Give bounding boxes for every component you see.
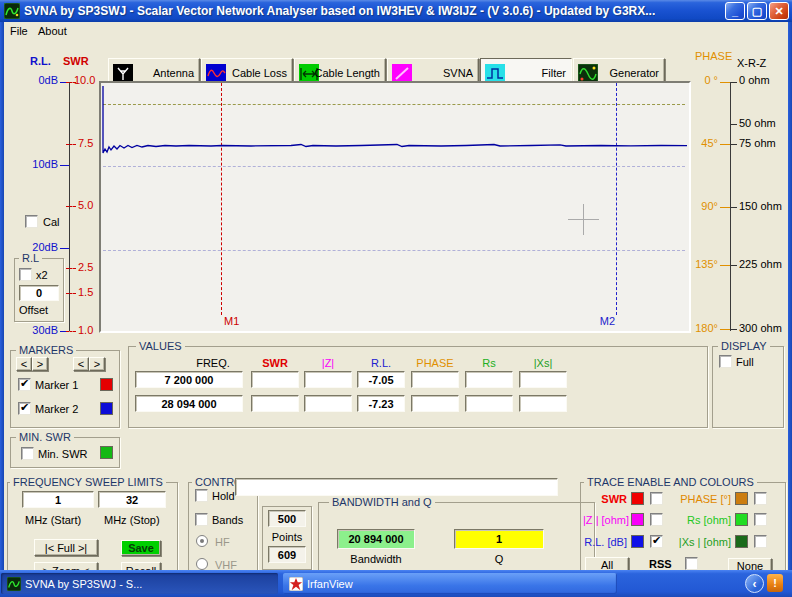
cal-checkbox[interactable] — [25, 215, 38, 228]
x2-checkbox[interactable] — [19, 268, 32, 281]
message-field[interactable] — [235, 478, 558, 496]
stop-freq-input[interactable] — [98, 491, 166, 508]
title-bar[interactable]: SVNA by SP3SWJ - Scalar Vector Network A… — [0, 0, 792, 22]
start-freq-input[interactable] — [22, 491, 94, 508]
points-panel: Points — [262, 506, 312, 570]
trace-z-swatch[interactable] — [631, 513, 644, 526]
minimize-button[interactable]: _ — [725, 2, 745, 20]
phase-tick-mark — [720, 265, 730, 266]
rl-tick-mark — [60, 165, 69, 166]
m2-rs-value[interactable] — [465, 395, 513, 412]
min-swr-color-swatch[interactable] — [100, 446, 113, 459]
phase-tick-0: 0 ° — [686, 74, 718, 86]
hold-checkbox[interactable] — [195, 489, 208, 502]
points-value2-input[interactable] — [268, 546, 306, 563]
taskbar-task-irfanview[interactable]: IrfanView — [283, 573, 617, 594]
trace-phase-label: PHASE [°] — [669, 493, 731, 505]
m2-freq-value[interactable] — [135, 395, 243, 412]
marker2-next-button[interactable]: > — [89, 357, 105, 371]
trace-xs-swatch[interactable] — [735, 535, 748, 548]
trace-swr-label: SWR — [583, 493, 627, 505]
values-header-rs: Rs — [465, 357, 513, 369]
ohm-tick-mark — [731, 329, 737, 330]
controls-group: CONTROLS Hold Bands HF VHF — [188, 482, 258, 582]
q-value[interactable] — [454, 529, 544, 549]
bands-checkbox[interactable] — [195, 513, 208, 526]
swr-tick-10: 10.0 — [74, 74, 95, 86]
menu-about[interactable]: About — [38, 25, 67, 37]
sweep-chart[interactable]: M1 M2 — [99, 81, 691, 333]
phase-tick-90: 90° — [686, 200, 718, 212]
full-checkbox[interactable] — [719, 355, 732, 368]
m1-swr-value[interactable] — [251, 371, 299, 388]
trace-rs-swatch[interactable] — [735, 513, 748, 526]
values-group: VALUES FREQ. SWR |Z| R.L. PHASE Rs |Xs| — [128, 346, 708, 428]
m1-rl-value[interactable] — [357, 371, 405, 388]
x2-label: x2 — [36, 269, 48, 281]
markers-group-title: MARKERS — [16, 344, 76, 356]
save-button[interactable]: Save — [121, 540, 161, 556]
rl-axis-title: R.L. — [30, 55, 51, 67]
swr-tick-1: 1.0 — [78, 324, 93, 336]
trace-xs-checkbox[interactable] — [754, 535, 767, 548]
swr-tick-2-5: 2.5 — [78, 261, 93, 273]
swr-tick-5: 5.0 — [78, 199, 93, 211]
m1-phase-value[interactable] — [411, 371, 459, 388]
taskbar-task-svna-label: SVNA by SP3SWJ - S... — [25, 578, 142, 590]
full-span-button[interactable]: |< Full >| — [34, 539, 98, 556]
m2-swr-value[interactable] — [251, 395, 299, 412]
m2-rl-value[interactable] — [357, 395, 405, 412]
rss-checkbox[interactable] — [685, 557, 698, 570]
marker2-label: Marker 2 — [35, 403, 78, 415]
marker2-checkbox[interactable] — [18, 402, 31, 415]
marker2-prev-button[interactable]: < — [73, 357, 89, 371]
trace-swr-swatch[interactable] — [631, 492, 644, 505]
maximize-button[interactable]: ▢ — [747, 2, 767, 20]
m2-z-value[interactable] — [304, 395, 352, 412]
display-group: DISPLAY Full — [712, 346, 784, 428]
menu-file[interactable]: File — [10, 25, 28, 37]
trace-rs-label: Rs [ohm] — [669, 514, 731, 526]
swr-tick-7-5: 7.5 — [78, 137, 93, 149]
ohm-tick-0: 0 ohm — [739, 74, 770, 86]
marker1-prev-button[interactable]: < — [16, 357, 32, 371]
m1-xs-value[interactable] — [519, 371, 567, 388]
m2-phase-value[interactable] — [411, 395, 459, 412]
min-swr-checkbox[interactable] — [21, 447, 34, 460]
ohm-tick-225: 225 ohm — [739, 258, 782, 270]
trace-z-checkbox[interactable] — [650, 513, 663, 526]
trace-rl-swatch[interactable] — [631, 535, 644, 548]
taskbar-task-irfanview-label: IrfanView — [307, 578, 353, 590]
svna-button-label: SVNA — [443, 67, 473, 79]
m2-xs-value[interactable] — [519, 395, 567, 412]
trace-z-label: |Z | [ohm] — [583, 514, 627, 526]
marker1-color-swatch[interactable] — [100, 378, 113, 391]
offset-label: Offset — [19, 304, 48, 316]
irfanview-icon — [289, 577, 303, 591]
m1-z-value[interactable] — [304, 371, 352, 388]
points-count-input[interactable] — [268, 510, 306, 527]
taskbar-task-svna[interactable]: SVNA by SP3SWJ - S... — [1, 573, 278, 594]
trace-swr-checkbox[interactable] — [650, 492, 663, 505]
trace-phase-checkbox[interactable] — [754, 492, 767, 505]
tray-collapse-chevron-icon[interactable]: ‹ — [745, 574, 764, 593]
trace-phase-swatch[interactable] — [735, 492, 748, 505]
tray-security-alert-icon[interactable]: ! — [767, 574, 783, 592]
display-group-title: DISPLAY — [718, 340, 770, 352]
offset-input[interactable] — [19, 285, 59, 301]
bandwidth-value[interactable] — [337, 529, 415, 549]
rl-tick-10db: 10dB — [26, 158, 58, 170]
marker1-next-button[interactable]: > — [32, 357, 48, 371]
hf-radio[interactable] — [196, 535, 208, 547]
trace-rs-checkbox[interactable] — [754, 513, 767, 526]
vhf-radio[interactable] — [196, 558, 208, 570]
marker2-color-swatch[interactable] — [100, 402, 113, 415]
start-freq-label: MHz (Start) — [25, 514, 81, 526]
min-swr-group: MIN. SWR Min. SWR — [10, 437, 120, 468]
trace-rl-checkbox[interactable] — [650, 535, 663, 548]
m1-freq-value[interactable] — [135, 371, 243, 388]
m1-rs-value[interactable] — [465, 371, 513, 388]
marker1-checkbox[interactable] — [18, 378, 31, 391]
close-button[interactable]: ✕ — [769, 2, 789, 20]
ohm-tick-150: 150 ohm — [739, 200, 782, 212]
